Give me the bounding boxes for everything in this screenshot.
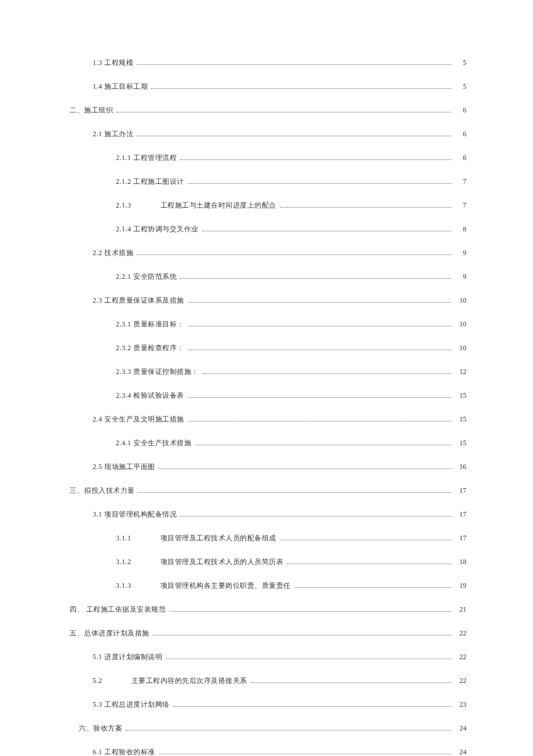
toc-page-number: 9: [455, 249, 466, 257]
toc-title: 2.3.1 质量标准目标：: [116, 319, 184, 329]
toc-page-number: 5: [455, 59, 466, 67]
toc-entry: 2.4.1 安全生产技术措施15: [116, 438, 466, 448]
toc-title: 项目管理及工程技术人员的人员简历表: [160, 557, 284, 567]
toc-leader-dots: [137, 136, 451, 136]
toc-title: 工程施工与土建在时间进度上的配合: [160, 201, 276, 210]
toc-leader-dots: [153, 635, 452, 635]
toc-page-number: 6: [455, 106, 466, 115]
toc-title: 二、施工组织: [70, 106, 113, 115]
toc-page-number: 10: [455, 344, 466, 352]
toc-page-number: 22: [455, 653, 466, 662]
toc-leader-dots: [202, 373, 452, 374]
toc-entry: 2.1.4 工程协调与交叉作业8: [116, 224, 466, 234]
toc-entry: 2.3.1 质量标准目标：10: [116, 319, 466, 329]
toc-page-number: 18: [455, 558, 466, 566]
toc-leader-dots: [202, 231, 452, 231]
toc-leader-dots: [137, 255, 451, 255]
toc-page-number: 17: [455, 534, 466, 543]
toc-title: 2.3.2 质量检查程序：: [116, 343, 184, 353]
toc-leader-dots: [180, 159, 451, 160]
toc-leader-dots: [173, 706, 452, 707]
toc-page-number: 16: [455, 463, 466, 471]
toc-page-number: 22: [455, 629, 466, 638]
toc-entry: 2.5 现场施工平面图16: [93, 462, 466, 472]
toc-page-number: 10: [455, 296, 466, 305]
toc-entry: 2.4 安全生产及文明施工措施15: [93, 415, 466, 424]
toc-leader-dots: [159, 754, 452, 754]
toc-title: 5.1 进度计划编制说明: [93, 652, 162, 662]
toc-leader-dots: [251, 682, 452, 683]
toc-entry: 2.2.1 安全防范系统9: [116, 272, 466, 282]
toc-leader-dots: [280, 207, 452, 208]
toc-page-number: 7: [455, 177, 466, 186]
toc-title: 项目管理机构各主要岗位职责、质量责任: [160, 581, 291, 591]
toc-title: 5.3 工程总进度计划网络: [93, 700, 170, 710]
toc-title: 五、总体进度计划及措施: [70, 628, 149, 638]
toc-number: 3.1.2: [116, 558, 132, 566]
toc-entry: 2.1.1 工程管理流程6: [116, 153, 466, 163]
toc-title: 2.2 技术措施: [93, 248, 133, 258]
toc-page-number: 7: [455, 201, 466, 210]
toc-title: 六、验收方案: [79, 724, 122, 733]
toc-entry: 六、验收方案24: [79, 724, 466, 733]
toc-leader-dots: [287, 564, 451, 564]
toc-entry: 5.2主要工程内容的先后次序及搭接关系22: [93, 676, 466, 686]
toc-leader-dots: [294, 587, 452, 588]
toc-leader-dots: [151, 88, 451, 89]
toc-leader-dots: [188, 302, 452, 303]
toc-title: 四、 工程施工依据及安装规范: [70, 605, 166, 615]
toc-number: 3.1.3: [116, 581, 132, 590]
toc-title: 6.1 工程验收的标准: [93, 747, 155, 756]
table-of-contents: 1.3 工程规模51.4 施工目标工期5二、施工组织62.1 施工办法62.1.…: [70, 58, 466, 756]
toc-page-number: 12: [455, 368, 466, 376]
toc-leader-dots: [280, 540, 452, 540]
toc-page-number: 8: [455, 225, 466, 234]
toc-leader-dots: [180, 516, 451, 517]
toc-title: 3.1 项目管理机构配备情况: [93, 510, 177, 519]
toc-title: 2.1.1 工程管理流程: [116, 153, 177, 163]
toc-title: 2.1.2 工程施工图设计: [116, 177, 184, 187]
toc-page-number: 23: [455, 700, 466, 709]
toc-number: 3.1.1: [116, 534, 132, 543]
toc-title: 2.5 现场施工平面图: [93, 462, 155, 472]
toc-title: 2.3 工程质量保证体系及措施: [93, 296, 184, 306]
toc-leader-dots: [116, 112, 451, 112]
toc-leader-dots: [188, 326, 452, 326]
toc-entry: 3.1.3项目管理机构各主要岗位职责、质量责任19: [116, 581, 466, 591]
toc-leader-dots: [159, 468, 452, 469]
toc-entry: 1.4 施工目标工期5: [93, 82, 466, 92]
toc-page-number: 15: [455, 391, 466, 400]
toc-entry: 3.1 项目管理机构配备情况17: [93, 510, 466, 519]
toc-title: 项目管理及工程技术人员的配备组成: [160, 533, 276, 543]
toc-page-number: 15: [455, 415, 466, 424]
toc-title: 2.1 施工办法: [93, 129, 133, 139]
toc-page-number: 10: [455, 320, 466, 329]
toc-page-number: 22: [455, 677, 466, 685]
toc-entry: 2.3 工程质量保证体系及措施10: [93, 296, 466, 306]
toc-page-number: 19: [455, 581, 466, 590]
toc-page-number: 6: [455, 154, 466, 162]
toc-leader-dots: [188, 421, 452, 421]
toc-page-number: 17: [455, 510, 466, 519]
toc-entry: 2.3.4 检验试验设备表15: [116, 391, 466, 401]
toc-entry: 2.1.2 工程施工图设计7: [116, 177, 466, 187]
toc-leader-dots: [126, 730, 451, 730]
toc-leader-dots: [166, 659, 451, 659]
toc-page-number: 21: [455, 605, 466, 614]
toc-entry: 二、施工组织6: [70, 106, 466, 115]
toc-entry: 2.3.2 质量检查程序：10: [116, 343, 466, 353]
toc-title: 主要工程内容的先后次序及搭接关系: [132, 676, 247, 686]
toc-leader-dots: [188, 183, 452, 184]
toc-leader-dots: [188, 350, 452, 350]
toc-title: 2.2.1 安全防范系统: [116, 272, 177, 282]
toc-number: 5.2: [93, 677, 103, 685]
toc-leader-dots: [195, 445, 451, 445]
toc-entry: 5.1 进度计划编制说明22: [93, 652, 466, 662]
toc-entry: 1.3 工程规模5: [93, 58, 466, 68]
toc-leader-dots: [137, 64, 451, 65]
toc-page-number: 9: [455, 272, 466, 281]
toc-number: 2.1.3: [116, 201, 132, 210]
toc-title: 2.4.1 安全生产技术措施: [116, 438, 191, 448]
toc-entry: 5.3 工程总进度计划网络23: [93, 700, 466, 710]
toc-entry: 四、 工程施工依据及安装规范21: [70, 605, 466, 615]
